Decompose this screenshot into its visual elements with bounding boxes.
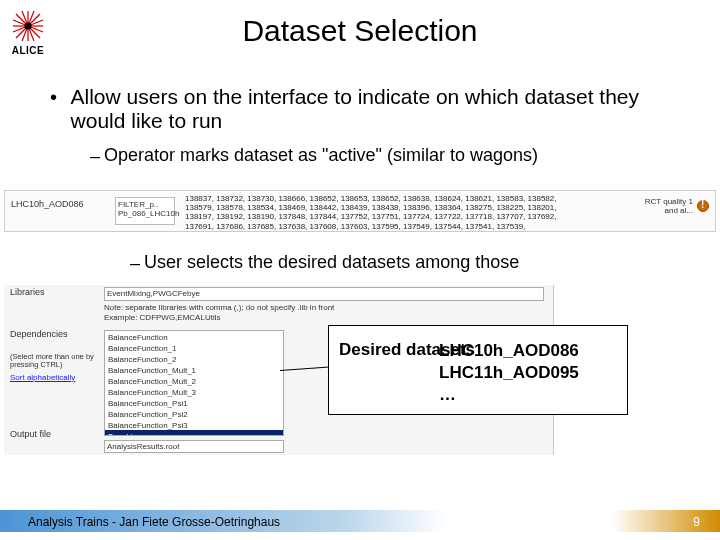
slide-title: Dataset Selection bbox=[0, 14, 720, 48]
filter-box[interactable]: FILTER_p.. Pb_086_LHC10h bbox=[115, 197, 175, 225]
sort-link[interactable]: Sort alphabetically bbox=[10, 373, 100, 382]
outputfile-input[interactable]: AnalysisResults.root bbox=[104, 440, 284, 453]
list-item[interactable]: BalanceFunction_Mult_1 bbox=[105, 364, 283, 375]
footer: Analysis Trains - Jan Fiete Grosse-Oetri… bbox=[0, 508, 720, 532]
bullet-level2: – User selects the desired datasets amon… bbox=[130, 252, 519, 274]
libraries-input[interactable]: EventMixing,PWGCFebye bbox=[104, 287, 544, 301]
rct-badge: RCT quality 1 and al... bbox=[645, 197, 709, 215]
list-item[interactable]: BalanceFunction_Psi1 bbox=[105, 397, 283, 408]
bullet-level1: • Allow users on the interface to indica… bbox=[50, 85, 690, 133]
list-item[interactable]: BalanceFunction_Psi2 bbox=[105, 408, 283, 419]
example-text: Example: CDFPWG,EMCALUtils bbox=[104, 313, 220, 322]
callout-box: Desired datasets LHC10h_AOD086 LHC11h_AO… bbox=[328, 325, 628, 415]
sub2-text: User selects the desired datasets among … bbox=[144, 252, 519, 273]
dependencies-listbox[interactable]: BalanceFunction BalanceFunction_1 Balanc… bbox=[104, 330, 284, 436]
list-item[interactable]: BalanceFunction_1 bbox=[105, 342, 283, 353]
bullet1-text: Allow users on the interface to indicate… bbox=[71, 85, 690, 133]
slide: ALICE Dataset Selection • Allow users on… bbox=[0, 0, 720, 540]
label-dependencies: Dependencies bbox=[10, 329, 100, 339]
operator-dataset-row: LHC10h_AOD086 FILTER_p.. Pb_086_LHC10h 1… bbox=[4, 190, 716, 232]
note-text: Note: separate libraries with comma (,);… bbox=[104, 303, 334, 312]
list-item[interactable]: BalanceFunction_Psi3 bbox=[105, 419, 283, 430]
bullet-level2: – Operator marks dataset as "active" (si… bbox=[90, 145, 690, 167]
list-item[interactable]: BaseLine bbox=[105, 430, 283, 436]
list-item[interactable]: BalanceFunction_2 bbox=[105, 353, 283, 364]
label-outputfile: Output file bbox=[10, 429, 51, 439]
dataset-name: LHC10h_AOD086 bbox=[11, 199, 84, 209]
sub1-text: Operator marks dataset as "active" (simi… bbox=[104, 145, 538, 166]
slide-number: 9 bbox=[693, 515, 700, 529]
content-block: • Allow users on the interface to indica… bbox=[50, 85, 690, 167]
runs-list: 138837, 138732, 138730, 138666, 138652, … bbox=[185, 194, 585, 231]
callout-values: LHC10h_AOD086 LHC11h_AOD095 … bbox=[439, 340, 579, 405]
list-item[interactable]: BalanceFunction bbox=[105, 331, 283, 342]
label-libraries: Libraries bbox=[10, 287, 100, 297]
list-item[interactable]: BalanceFunction_Mult_3 bbox=[105, 386, 283, 397]
footer-text: Analysis Trains - Jan Fiete Grosse-Oetri… bbox=[28, 515, 280, 529]
list-item[interactable]: BalanceFunction_Mult_2 bbox=[105, 375, 283, 386]
label-dep-hint: (Select more than one by pressing CTRL) bbox=[10, 353, 100, 369]
warning-icon bbox=[697, 200, 709, 212]
